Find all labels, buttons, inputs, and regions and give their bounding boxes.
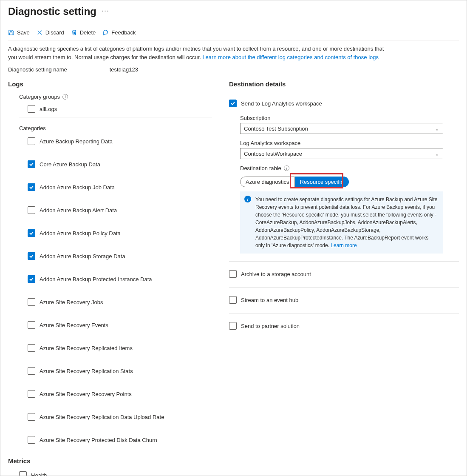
category-label: Azure Site Recovery Events (40, 322, 108, 328)
chevron-down-icon: ⌄ (435, 151, 439, 157)
info-learn-more-link[interactable]: Learn more (331, 242, 357, 248)
category-checkbox[interactable] (28, 390, 35, 398)
category-label: Addon Azure Backup Protected Instance Da… (40, 276, 152, 282)
info-badge-icon: i (244, 196, 251, 202)
setting-name-label: Diagnostic setting name (8, 66, 67, 73)
category-checkbox[interactable] (28, 321, 35, 329)
dest-table-label: Destination table (240, 165, 281, 171)
partner-checkbox[interactable] (229, 322, 237, 330)
category-label: Azure Site Recovery Recovery Points (40, 391, 132, 397)
description: A diagnostic setting specifies a list of… (8, 45, 391, 61)
category-checkbox[interactable] (28, 367, 35, 375)
archive-label: Archive to a storage account (241, 271, 311, 277)
category-checkbox[interactable] (28, 298, 35, 306)
category-checkbox[interactable] (28, 436, 35, 444)
info-icon[interactable]: i (284, 165, 289, 171)
save-button[interactable]: Save (8, 29, 30, 36)
category-label: Azure Site Recovery Replicated Items (40, 345, 133, 351)
category-checkbox[interactable] (28, 275, 35, 283)
category-label: Azure Site Recovery Protected Disk Data … (40, 437, 157, 443)
send-la-label: Send to Log Analytics workspace (241, 100, 322, 107)
category-label: Core Azure Backup Data (40, 161, 100, 168)
categories-list: Azure Backup Reporting Data Core Azure B… (19, 136, 212, 445)
partner-label: Send to partner solution (241, 323, 300, 329)
category-label: Azure Site Recovery Replication Stats (40, 368, 133, 374)
category-label: Azure Site Recovery Replication Data Upl… (40, 414, 164, 420)
more-actions-icon[interactable]: ··· (102, 7, 109, 16)
subscription-label: Subscription (240, 115, 459, 121)
category-checkbox[interactable] (28, 160, 35, 168)
setting-name-value[interactable]: testdiag123 (110, 66, 138, 73)
alllogs-checkbox[interactable] (28, 105, 35, 113)
info-text: You need to create separate diagnostic s… (255, 197, 438, 248)
chevron-down-icon: ⌄ (435, 125, 439, 132)
delete-icon (71, 29, 77, 36)
delete-label: Delete (80, 29, 96, 36)
category-checkbox[interactable] (28, 183, 35, 191)
stream-checkbox[interactable] (229, 296, 237, 304)
discard-label: Discard (45, 29, 64, 36)
send-la-checkbox[interactable] (229, 100, 237, 107)
category-label: Addon Azure Backup Storage Data (40, 253, 125, 259)
category-checkbox[interactable] (28, 252, 35, 260)
destination-heading: Destination details (229, 80, 459, 88)
category-checkbox[interactable] (28, 344, 35, 352)
save-label: Save (17, 29, 30, 36)
subscription-value: Contoso Test Subscription (244, 125, 308, 132)
category-checkbox[interactable] (28, 137, 35, 145)
category-checkbox[interactable] (28, 229, 35, 237)
feedback-label: Feedback (111, 29, 136, 36)
categories-label: Categories (19, 125, 212, 131)
category-groups-label: Category groups (19, 94, 60, 100)
category-label: Addon Azure Backup Policy Data (40, 230, 121, 237)
toolbar: Save Discard Delete Feedback (8, 27, 459, 40)
category-label: Azure Site Recovery Jobs (40, 299, 103, 305)
metrics-heading: Metrics (8, 457, 212, 465)
category-checkbox[interactable] (28, 206, 35, 214)
workspace-label: Log Analytics workspace (240, 140, 459, 146)
metric-label: Health (31, 472, 47, 476)
feedback-icon (102, 29, 109, 36)
page-title: Diagnostic setting (8, 6, 96, 17)
workspace-select[interactable]: ContosoTestWorkspace ⌄ (240, 148, 443, 159)
category-label: Addon Azure Backup Alert Data (40, 207, 117, 214)
logs-heading: Logs (8, 80, 212, 88)
subscription-select[interactable]: Contoso Test Subscription ⌄ (240, 123, 443, 134)
category-label: Addon Azure Backup Job Data (40, 184, 115, 191)
discard-button[interactable]: Discard (37, 29, 64, 36)
feedback-button[interactable]: Feedback (102, 29, 136, 36)
highlight-annotation (290, 173, 343, 188)
discard-icon (37, 29, 43, 36)
delete-button[interactable]: Delete (71, 29, 96, 36)
info-panel: i You need to create separate diagnostic… (240, 191, 443, 254)
save-icon (8, 29, 14, 36)
info-icon[interactable]: i (62, 94, 68, 100)
archive-checkbox[interactable] (229, 270, 237, 278)
metric-checkbox[interactable] (19, 471, 27, 476)
stream-label: Stream to an event hub (241, 297, 298, 303)
category-label: Azure Backup Reporting Data (40, 138, 113, 145)
workspace-value: ContosoTestWorkspace (244, 151, 302, 157)
alllogs-label: allLogs (40, 106, 57, 112)
learn-more-link[interactable]: Learn more about the different log categ… (202, 54, 379, 60)
pill-azure-diagnostics[interactable]: Azure diagnostics (240, 177, 295, 187)
category-checkbox[interactable] (28, 413, 35, 421)
